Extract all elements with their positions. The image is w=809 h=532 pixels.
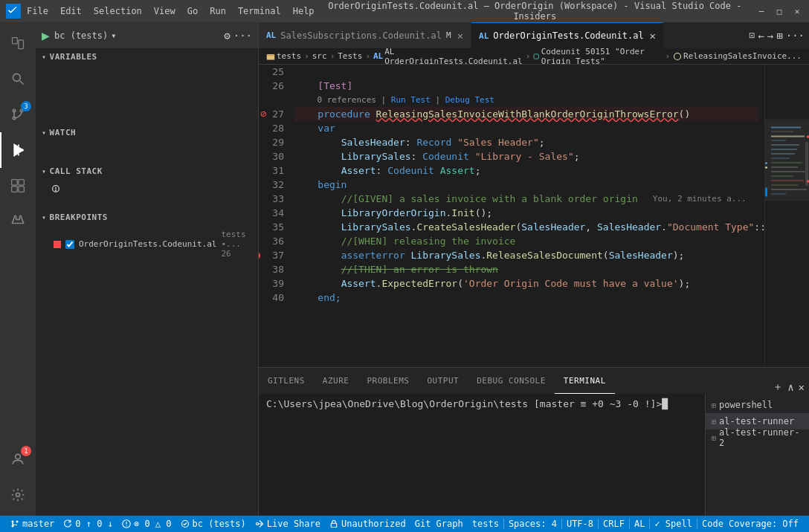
status-tests[interactable]: tests	[468, 516, 503, 532]
more-icon[interactable]: ···	[233, 30, 252, 42]
tab-modified-1: M	[446, 30, 451, 40]
terminal-item-powershell[interactable]: ⊞ powershell	[706, 397, 809, 413]
run-button[interactable]: ▶	[42, 30, 50, 42]
status-unauthorized[interactable]: Unauthorized	[325, 516, 410, 532]
svg-point-23	[56, 190, 57, 191]
tab-more-icon[interactable]: ···	[786, 30, 805, 42]
panel-tabs: GITLENS AZURE PROBLEMS OUTPUT DEBUG CONS…	[259, 368, 809, 394]
svg-rect-45	[805, 142, 808, 186]
activity-item-settings[interactable]	[0, 477, 36, 513]
menu-edit[interactable]: Edit	[60, 6, 82, 16]
menu-file[interactable]: File	[27, 6, 48, 16]
panel-tab-azure[interactable]: AZURE	[314, 368, 358, 394]
code-area[interactable]: [Test] 0 references | Run Test | Debug T…	[289, 65, 764, 367]
breakpoint-checkbox[interactable]	[65, 240, 74, 249]
callstack-section-header[interactable]: ▾ CALL STACK	[36, 163, 258, 179]
editor-area: AL SalesSubscriptions.Codeunit.al M ✕ AL…	[259, 22, 809, 516]
breadcrumb-item-file[interactable]: AL AL OrderOriginTests.Codeunit.al	[373, 48, 523, 65]
status-git-graph[interactable]: Git Graph	[410, 516, 468, 532]
status-code-coverage[interactable]: Code Coverage: Off	[697, 516, 803, 532]
svg-rect-50	[765, 188, 767, 197]
line-26: 26	[263, 79, 284, 93]
panel-tab-problems[interactable]: PROBLEMS	[358, 368, 418, 394]
title-bar: File Edit Selection View Go Run Terminal…	[0, 0, 809, 22]
restore-button[interactable]: □	[773, 5, 785, 17]
terminal-label-al-test-runner: al-test-runner	[719, 416, 794, 426]
variables-section-header[interactable]: ▾ VARIABLES	[36, 48, 258, 65]
panel-close-icon[interactable]: ✕	[799, 381, 805, 393]
breakpoints-chevron: ▾	[42, 213, 47, 221]
activity-item-git[interactable]: 3	[0, 97, 36, 132]
activity-item-extensions[interactable]	[0, 168, 36, 204]
activity-item-test[interactable]	[0, 204, 36, 239]
tab-history-back-icon[interactable]: ←	[758, 30, 764, 42]
tab-close-1[interactable]: ✕	[457, 30, 463, 42]
panel-tab-terminal[interactable]: TERMINAL	[555, 368, 615, 394]
panel-tab-gitlens[interactable]: GITLENS	[259, 368, 314, 394]
breakpoints-section-header[interactable]: ▾ BREAKPOINTS	[36, 209, 258, 225]
tab-salessubscriptions[interactable]: AL SalesSubscriptions.Codeunit.al M ✕	[259, 22, 471, 48]
terminal-item-al-test-runner-2[interactable]: ⊞ al-test-runner-2	[706, 429, 809, 446]
window-title: OrderOriginTests.Codeunit.al — OrderOrig…	[315, 1, 755, 22]
tab-layout-icon[interactable]: ⊞	[776, 30, 782, 42]
tab-label-2: OrderOriginTests.Codeunit.al	[493, 30, 643, 41]
line-30: 30	[263, 149, 284, 163]
panel-tab-debug-console[interactable]: DEBUG CONSOLE	[468, 368, 555, 394]
status-sync[interactable]: 0 ↑ 0 ↓	[59, 516, 117, 532]
close-button[interactable]: ✕	[791, 5, 803, 17]
run-config-dropdown[interactable]: bc (tests) ▾	[54, 30, 219, 41]
status-bc-tests[interactable]: bc (tests)	[176, 516, 251, 532]
line-numbers: 25 26 ⊘ 27 28 29 30 31 32 33 34 35 36 37	[259, 65, 289, 367]
tab-orderorigintests[interactable]: AL OrderOriginTests.Codeunit.al ✕	[471, 22, 664, 48]
debug-test-link[interactable]: Debug Test	[445, 93, 494, 107]
status-encoding[interactable]: UTF-8	[562, 516, 598, 532]
menu-view[interactable]: View	[154, 6, 175, 16]
status-notification[interactable]	[803, 516, 809, 532]
panel-add-icon[interactable]: ＋	[773, 380, 783, 394]
status-line-ending[interactable]: CRLF	[599, 516, 629, 532]
breadcrumb-item-src[interactable]: src	[312, 51, 327, 61]
watch-section-header[interactable]: ▾ WATCH	[36, 124, 258, 140]
status-live-share[interactable]: Live Share	[251, 516, 325, 532]
terminal-main[interactable]: C:\Users\jpea\OneDrive\Blog\OrderOrigin\…	[259, 394, 705, 516]
line-34: 34	[263, 206, 284, 220]
tab-close-2[interactable]: ✕	[650, 30, 656, 42]
panel-tab-output[interactable]: OUTPUT	[418, 368, 468, 394]
activity-item-account[interactable]: 1	[0, 441, 36, 477]
menu-go[interactable]: Go	[187, 6, 198, 16]
breadcrumb-item-procedure[interactable]: ReleasingSalesInvoice...	[673, 51, 802, 61]
editor-content: 25 26 ⊘ 27 28 29 30 31 32 33 34 35 36 37	[259, 65, 809, 367]
code-line-25	[294, 65, 758, 79]
activity-item-search[interactable]	[0, 61, 36, 97]
breadcrumb-item-codeunit[interactable]: Codeunit 50151 "Order Origin Tests"	[533, 48, 662, 65]
status-spell[interactable]: ✓ Spell	[650, 516, 697, 532]
split-editor-icon[interactable]: ⊡	[750, 30, 755, 41]
svg-point-20	[16, 493, 20, 497]
breakpoint-item[interactable]: OrderOriginTests.Codeunit.al tests •... …	[48, 228, 258, 260]
activity-item-explorer[interactable]	[0, 25, 36, 61]
status-bar: master 0 ↑ 0 ↓ ⊗ 0 △ 0 bc (tests)	[0, 516, 809, 532]
panel-minimize-icon[interactable]: ∧	[787, 381, 793, 393]
breakpoint-file: OrderOriginTests.Codeunit.al	[79, 239, 216, 249]
status-spaces[interactable]: Spaces: 4	[504, 516, 561, 532]
menu-terminal[interactable]: Terminal	[238, 6, 281, 16]
sidebar-header: ▶ bc (tests) ▾ ⚙ ···	[36, 22, 258, 48]
breakpoint-marker	[259, 252, 260, 259]
minimize-button[interactable]: ─	[755, 5, 767, 17]
run-test-link[interactable]: Run Test	[391, 93, 431, 107]
gear-icon[interactable]: ⚙	[224, 30, 230, 42]
activity-item-run[interactable]	[0, 132, 36, 168]
menu-help[interactable]: Help	[293, 6, 315, 16]
line-35: 35	[263, 220, 284, 234]
app-body: 3	[0, 22, 809, 516]
status-errors[interactable]: ⊗ 0 △ 0	[117, 516, 176, 532]
breadcrumb-item-tests2[interactable]: Tests	[338, 51, 362, 61]
menu-run[interactable]: Run	[210, 6, 226, 16]
status-language[interactable]: AL	[630, 516, 649, 532]
tab-history-fwd-icon[interactable]: →	[767, 30, 773, 42]
menu-selection[interactable]: Selection	[94, 6, 142, 16]
svg-point-52	[16, 521, 19, 523]
breadcrumb-item-tests[interactable]: tests	[266, 51, 301, 61]
status-branch[interactable]: master	[6, 516, 59, 532]
svg-point-59	[256, 523, 258, 525]
